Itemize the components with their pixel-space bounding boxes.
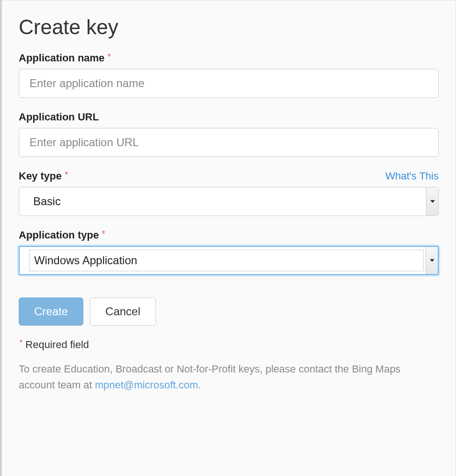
app-type-label: Application type	[19, 229, 99, 241]
app-type-selected-value: Windows Application	[29, 250, 424, 271]
required-marker: *	[20, 339, 22, 347]
whats-this-link[interactable]: What's This	[385, 170, 439, 182]
key-type-select[interactable]: Basic	[19, 187, 439, 216]
contact-email-link[interactable]: mpnet@microsoft.com.	[95, 379, 201, 391]
app-type-dropdown-handle[interactable]	[426, 247, 438, 274]
key-type-group: Key type * What's This Basic	[19, 170, 439, 216]
required-marker: *	[102, 229, 105, 238]
required-marker: *	[65, 170, 68, 179]
app-type-select[interactable]: Windows Application	[19, 246, 439, 275]
app-url-input[interactable]	[19, 128, 439, 157]
cancel-button[interactable]: Cancel	[90, 298, 156, 326]
key-type-label: Key type	[19, 170, 62, 182]
app-url-label: Application URL	[19, 111, 99, 123]
app-name-input[interactable]	[19, 69, 439, 98]
chevron-down-icon	[430, 259, 434, 262]
key-type-selected-value: Basic	[19, 189, 426, 214]
key-type-dropdown-handle[interactable]	[426, 187, 438, 216]
page-title: Create key	[19, 15, 439, 39]
button-row: Create Cancel	[19, 298, 439, 326]
helper-text: To create Education, Broadcast or Not-fo…	[19, 361, 439, 393]
required-footnote: * Required field	[19, 339, 439, 351]
create-key-form: Create key Application name * Applicatio…	[2, 0, 456, 408]
app-url-group: Application URL	[19, 111, 439, 157]
create-button[interactable]: Create	[19, 298, 83, 326]
chevron-down-icon	[430, 200, 435, 203]
app-name-label: Application name	[19, 52, 104, 64]
app-name-group: Application name *	[19, 52, 439, 98]
app-type-group: Application type * Windows Application	[19, 229, 439, 275]
helper-prefix: To create Education, Broadcast or Not-fo…	[19, 363, 401, 391]
required-marker: *	[108, 52, 111, 61]
required-field-text: Required field	[25, 339, 89, 350]
